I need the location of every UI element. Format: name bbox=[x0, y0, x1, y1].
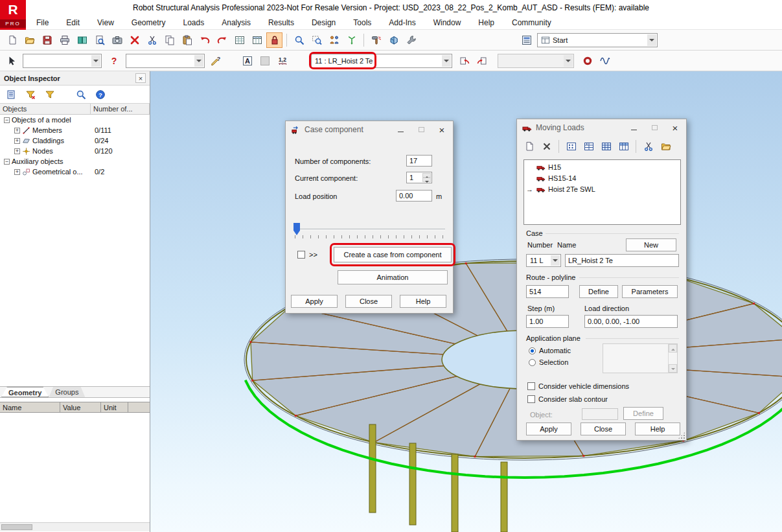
component-back-button[interactable] bbox=[456, 53, 472, 69]
delete-button[interactable] bbox=[126, 32, 143, 48]
calculations-button[interactable] bbox=[368, 32, 384, 48]
minimize-icon[interactable] bbox=[625, 121, 642, 134]
moving-loads-title-bar[interactable]: Moving Loads × bbox=[517, 119, 686, 136]
whats-this-button[interactable]: ? bbox=[207, 53, 224, 69]
menu-window[interactable]: Window bbox=[433, 18, 461, 27]
menu-help[interactable]: Help bbox=[478, 18, 494, 27]
table-columns-button[interactable] bbox=[249, 32, 265, 48]
camera-button[interactable] bbox=[109, 32, 125, 48]
menu-community[interactable]: Community bbox=[512, 18, 551, 27]
structure-model-view[interactable] bbox=[150, 71, 782, 532]
expand-icon[interactable]: + bbox=[14, 138, 20, 144]
combo-dropdown-arrow[interactable] bbox=[647, 34, 656, 46]
close-button[interactable]: Close bbox=[345, 295, 392, 308]
column-header-objects[interactable]: Objects bbox=[0, 104, 91, 114]
vehicle-grid2-button[interactable] bbox=[615, 139, 632, 154]
delete-vehicle-button[interactable] bbox=[538, 139, 555, 154]
apply-button[interactable]: Apply bbox=[526, 422, 571, 435]
minimize-icon[interactable] bbox=[392, 123, 409, 136]
horizontal-scrollbar[interactable] bbox=[0, 522, 150, 531]
case-component-title-bar[interactable]: Case component × bbox=[286, 121, 453, 138]
numbering-button[interactable]: 1,2 bbox=[274, 53, 290, 69]
tree-item-geometrical-o-[interactable]: +Geometrical o...0/2 bbox=[0, 167, 150, 177]
display-labels-button[interactable]: A bbox=[239, 53, 255, 69]
expand-icon[interactable]: + bbox=[14, 148, 20, 154]
lock-button[interactable] bbox=[266, 32, 282, 48]
context-help-button[interactable]: ? bbox=[106, 53, 122, 69]
menu-results[interactable]: Results bbox=[268, 18, 294, 27]
new-case-button[interactable]: New bbox=[626, 238, 676, 251]
new-document-button[interactable] bbox=[4, 32, 20, 48]
menu-file[interactable]: File bbox=[36, 18, 49, 27]
close-icon[interactable]: × bbox=[667, 121, 684, 134]
expand-checkbox[interactable] bbox=[297, 251, 305, 259]
tree-item-members[interactable]: +Members0/111 bbox=[0, 125, 150, 135]
select-objects-button[interactable] bbox=[4, 53, 20, 69]
vehicle-item-h15[interactable]: H15 bbox=[524, 161, 680, 172]
help-button[interactable]: Help bbox=[635, 422, 680, 435]
apply-button[interactable]: Apply bbox=[291, 295, 338, 308]
radio-selection[interactable]: Selection bbox=[529, 356, 571, 368]
animation-button[interactable]: Animation bbox=[338, 270, 448, 284]
combo-dropdown-arrow[interactable] bbox=[442, 55, 451, 67]
vehicle-list[interactable]: H15HS15-14→Hoist 2Te SWL bbox=[523, 159, 681, 225]
tools-button[interactable] bbox=[403, 32, 419, 48]
menu-design[interactable]: Design bbox=[312, 18, 336, 27]
tab-groups[interactable]: Groups bbox=[49, 387, 85, 397]
close-icon[interactable]: × bbox=[135, 73, 146, 83]
route-parameters-button[interactable]: Parameters bbox=[622, 285, 678, 298]
print-button[interactable] bbox=[56, 32, 73, 48]
menu-geometry[interactable]: Geometry bbox=[132, 18, 166, 27]
vehicle-table-button[interactable] bbox=[563, 139, 579, 154]
display-attributes-button[interactable] bbox=[326, 32, 342, 48]
vehicle-table2-button[interactable] bbox=[581, 139, 597, 154]
checkbox-icon[interactable] bbox=[527, 382, 535, 390]
model-3d-button[interactable] bbox=[385, 32, 402, 48]
case-number-combo[interactable]: 11 L bbox=[526, 254, 561, 267]
tree-item-nodes[interactable]: +Nodes0/120 bbox=[0, 146, 150, 156]
view-manager-button[interactable] bbox=[518, 32, 535, 48]
radio-button-icon[interactable] bbox=[529, 347, 536, 354]
help-button[interactable]: ? bbox=[92, 87, 108, 102]
menu-edit[interactable]: Edit bbox=[66, 18, 80, 27]
number-of-components-field[interactable]: 17 bbox=[406, 155, 432, 167]
new-vehicle-button[interactable] bbox=[521, 139, 537, 154]
wave-button[interactable] bbox=[597, 53, 613, 69]
paste-button[interactable] bbox=[179, 32, 195, 48]
print-preview-button[interactable] bbox=[91, 32, 108, 48]
zoom-window-button[interactable] bbox=[308, 32, 325, 48]
menu-loads[interactable]: Loads bbox=[183, 18, 205, 27]
radio-button-icon[interactable] bbox=[529, 359, 536, 366]
menu-tools[interactable]: Tools bbox=[353, 18, 371, 27]
radio-automatic[interactable]: Automatic bbox=[529, 345, 571, 356]
filter-clear-button[interactable] bbox=[22, 87, 38, 102]
combo-dropdown-arrow[interactable] bbox=[91, 55, 100, 67]
expand-icon[interactable]: + bbox=[14, 169, 20, 175]
current-component-field[interactable]: 1 bbox=[406, 172, 432, 183]
component-forward-button[interactable] bbox=[474, 53, 490, 69]
layout-selection-combo[interactable]: Start bbox=[537, 33, 658, 47]
checkbox-consider-slab-contour[interactable]: Consider slab contour bbox=[527, 393, 629, 406]
grid-column-unit[interactable]: Unit bbox=[101, 402, 128, 412]
selection-combo[interactable] bbox=[23, 54, 102, 68]
checkbox-consider-vehicle-dimensions[interactable]: Consider vehicle dimensions bbox=[527, 380, 629, 393]
grid-column-value[interactable]: Value bbox=[60, 402, 101, 412]
tree-item-claddings[interactable]: +Claddings0/24 bbox=[0, 135, 150, 146]
node-selection-combo[interactable] bbox=[126, 54, 205, 68]
combo-dropdown-arrow[interactable] bbox=[551, 255, 560, 266]
combo-dropdown-arrow[interactable] bbox=[194, 55, 203, 67]
view-ring-button[interactable] bbox=[579, 53, 595, 69]
vehicle-grid-button[interactable] bbox=[598, 139, 614, 154]
table-button[interactable] bbox=[231, 32, 247, 48]
close-icon[interactable]: × bbox=[433, 123, 450, 136]
pages-button[interactable] bbox=[3, 87, 19, 102]
close-button[interactable]: Close bbox=[581, 422, 626, 435]
save-button[interactable] bbox=[39, 32, 55, 48]
route-polyline-field[interactable]: 514 bbox=[526, 285, 569, 298]
case-name-field[interactable]: LR_Hoist 2 Te bbox=[565, 254, 679, 267]
spinner-buttons[interactable] bbox=[422, 173, 431, 182]
scrollbar-thumb[interactable] bbox=[1, 524, 32, 530]
open-folder-button[interactable] bbox=[658, 139, 674, 154]
tab-geometry[interactable]: Geometry bbox=[1, 387, 49, 397]
zoom-button[interactable] bbox=[291, 32, 307, 48]
